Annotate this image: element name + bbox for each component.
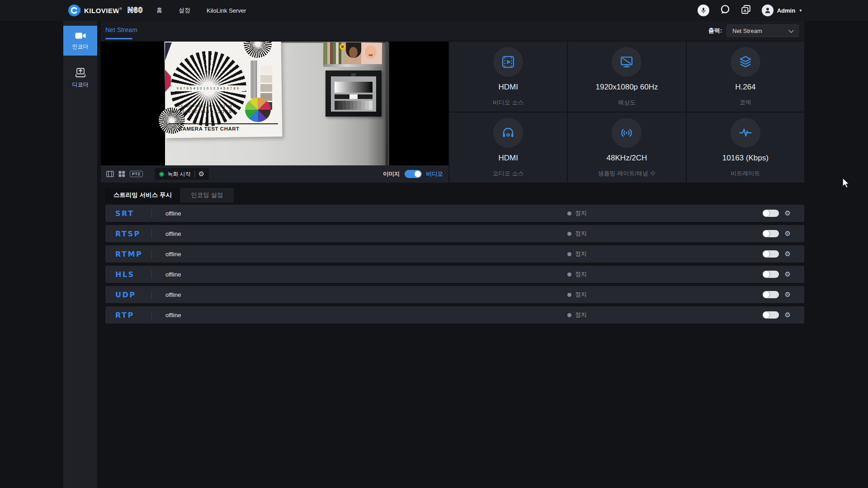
output-label: 출력: [708,27,722,35]
stream-list: SRT offline 정지 ⚙ RTSP offline 정지 ⚙ RTMP … [105,205,804,324]
card-value: HDMI [498,83,518,92]
stream-settings-gear-icon[interactable]: ⚙ [785,312,791,319]
color-wheel [245,98,271,122]
grayscale-test-frame [326,70,382,117]
main-content: Net Stream 출력: Net Stream [101,21,804,327]
stream-status: offline [165,251,181,258]
protocol-logo: UDP [105,291,151,299]
broadcast-icon [612,118,642,148]
state-label: 정지 [575,291,587,299]
state-dot-icon [567,232,571,236]
state-dot-icon [567,211,571,216]
output-selector: 출력: Net Stream [708,24,799,37]
layers-icon [731,47,760,77]
nav-item-home[interactable]: 홈 [156,6,162,14]
card-label: 해상도 [618,99,636,107]
stream-state: 정지 [567,291,587,299]
video-preview[interactable]: 9876543210123456789 ABCDEFGHIJ1234567890… [101,42,448,165]
player-column: 9876543210123456789 ABCDEFGHIJ1234567890… [101,42,448,183]
stream-settings-gear-icon[interactable]: ⚙ [785,210,791,217]
headphones-icon [493,118,523,148]
stream-enable-toggle[interactable] [763,271,779,278]
user-menu[interactable]: Admin ▼ [762,5,802,16]
stream-status: offline [165,230,181,237]
stream-state: 정지 [567,270,587,278]
stream-status: offline [165,291,181,298]
stream-settings-gear-icon[interactable]: ⚙ [785,230,791,237]
chart-letter-scale: ABCDEFGHIJ1234567890 [169,109,235,114]
card-label: 비트레이트 [731,169,760,178]
tab-encoding-settings[interactable]: 인코딩 설정 [180,188,234,202]
language-icon: A [741,5,751,14]
video-mode-label[interactable]: 비디오 [426,170,443,178]
image-video-toggle[interactable] [405,170,422,178]
stream-settings-gear-icon[interactable]: ⚙ [785,291,791,298]
brand[interactable]: KILOVIEW® [68,0,123,21]
state-label: 정지 [575,311,587,319]
record-settings-gear-icon[interactable]: ⚙ [198,171,204,178]
tab-net-stream[interactable]: Net Stream [105,26,137,33]
stream-row-udp: UDP offline 정지 ⚙ [105,286,804,303]
video-camera-icon [75,32,86,40]
support-chat-button[interactable] [720,5,730,16]
card-value: 48KHz/2CH [607,154,647,163]
tab-active-underline [105,38,132,39]
sunflower [340,44,345,50]
frame-inner [331,76,376,112]
stream-settings-gear-icon[interactable]: ⚙ [785,251,791,258]
record-icon [159,172,164,177]
grid-view-button[interactable] [118,171,125,177]
monitor-icon [612,47,642,77]
brand-reg: ® [119,7,122,11]
sidebar-item-encoder[interactable]: 인코더 [63,26,97,56]
stream-row-hls: HLS offline 정지 ⚙ [105,266,804,283]
model-logo: N60 [127,6,143,15]
card-audio-source: HDMI 오디오 소스 [449,113,567,183]
record-control[interactable]: 녹화 시작 ⚙ [155,168,209,180]
chart-letter-scale: ABCDEFGHIJ1234567890 [174,104,235,108]
output-dropdown[interactable]: Net Stream [726,24,799,37]
toggle-knob [763,291,769,298]
image-mode-label[interactable]: 이미지 [383,170,400,178]
content-tabbar: Net Stream 출력: Net Stream [101,21,804,41]
toggle-knob [763,230,769,237]
card-label: 오디오 소스 [493,169,524,178]
stream-enable-toggle[interactable] [763,311,779,319]
record-label: 녹화 시작 [168,170,191,178]
ptz-button[interactable]: PTZ [130,171,143,177]
frame-clip [351,73,356,76]
tab-streaming-service-push[interactable]: 스트리밍 서비스 푸시 [105,188,180,202]
divider [151,291,152,299]
state-dot-icon [567,313,571,317]
step-wedge [335,101,373,110]
chart-title: CAMERA TEST CHART [179,126,240,131]
stream-enable-toggle[interactable] [763,210,779,217]
status-panel: 9876543210123456789 ABCDEFGHIJ1234567890… [101,42,804,183]
nav-item-settings[interactable]: 설정 [179,6,190,14]
stream-enable-toggle[interactable] [763,250,779,258]
collage-shelf [323,64,382,67]
card-value: 1920x1080p 60Hz [595,83,658,92]
state-label: 정지 [575,209,587,217]
app-window: KILOVIEW® N60 홈 설정 KiloLink Server [0,0,868,488]
stream-state: 정지 [567,311,587,319]
nav-item-kilolink-server[interactable]: KiloLink Server [207,7,246,14]
stream-enable-toggle[interactable] [763,230,779,237]
talkback-mic-button[interactable] [698,5,709,16]
film-play-icon [493,47,523,77]
language-switch-button[interactable]: A [741,5,751,16]
chat-bubble-icon [720,5,730,14]
card-resolution: 1920x1080p 60Hz 해상도 [568,42,685,112]
stream-enable-toggle[interactable] [763,291,779,298]
protocol-logo: RTMP [105,250,151,258]
stream-settings-gear-icon[interactable]: ⚙ [785,271,791,278]
toggle-knob [763,271,769,277]
wall-corner [386,42,388,165]
sidebar-item-decoder[interactable]: 디코더 [63,63,97,94]
card-codec: H.264 코덱 [687,42,804,112]
info-cards: HDMI 비디오 소스 1920x1080p 60Hz 해상도 H.264 코덱 [449,42,804,183]
stream-status: offline [165,271,181,278]
multiview-button[interactable] [106,171,114,177]
card-label: 코덱 [740,99,751,107]
stream-state: 정지 [567,250,587,258]
